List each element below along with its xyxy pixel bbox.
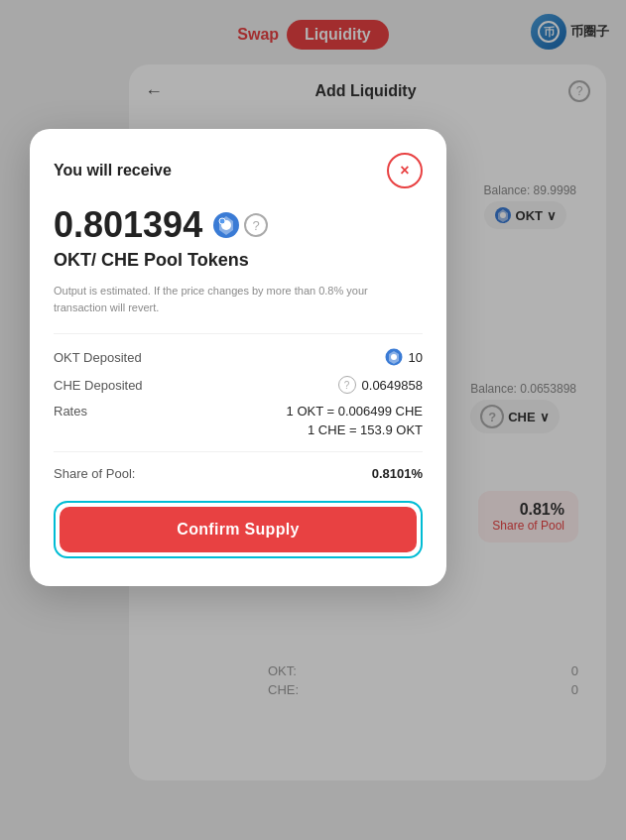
divider <box>54 333 423 334</box>
rate2: 1 CHE = 153.9 OKT <box>287 422 423 437</box>
che-deposited-row: CHE Deposited ? 0.0649858 <box>54 376 423 394</box>
share-label: Share of Pool: <box>54 466 135 481</box>
confirm-button-wrapper: Confirm Supply <box>54 501 423 558</box>
svg-point-8 <box>219 218 225 224</box>
modal-overlay: You will receive × 0.801394 ? OKT/ CHE P… <box>0 0 626 840</box>
okt-deposited-row: OKT Deposited 10 <box>54 348 423 366</box>
rate1: 1 OKT = 0.006499 CHE <box>287 404 423 419</box>
che-deposit-icon: ? <box>338 376 356 394</box>
modal-title: You will receive <box>54 162 172 180</box>
confirm-supply-modal: You will receive × 0.801394 ? OKT/ CHE P… <box>30 129 446 586</box>
rates-section: Rates 1 OKT = 0.006499 CHE 1 CHE = 153.9… <box>54 404 423 441</box>
modal-header: You will receive × <box>54 153 423 188</box>
okt-pool-icon <box>212 211 240 239</box>
rates-values: 1 OKT = 0.006499 CHE 1 CHE = 153.9 OKT <box>287 404 423 441</box>
receive-amount-row: 0.801394 ? <box>54 204 423 246</box>
estimated-note: Output is estimated. If the price change… <box>54 283 423 315</box>
svg-point-11 <box>391 354 397 360</box>
rates-container: Rates 1 OKT = 0.006499 CHE 1 CHE = 153.9… <box>54 404 423 441</box>
okt-deposited-value: 10 <box>385 348 423 366</box>
rates-label: Rates <box>54 404 87 419</box>
close-modal-button[interactable]: × <box>387 153 423 188</box>
okt-deposit-icon <box>385 348 403 366</box>
che-deposited-value: ? 0.0649858 <box>338 376 423 394</box>
pool-tokens-label: OKT/ CHE Pool Tokens <box>54 250 423 271</box>
pool-help-icon[interactable]: ? <box>244 213 268 237</box>
token-icon-group: ? <box>212 211 268 239</box>
receive-amount-value: 0.801394 <box>54 204 202 246</box>
divider2 <box>54 451 423 452</box>
share-of-pool-row: Share of Pool: 0.8101% <box>54 466 423 481</box>
share-value: 0.8101% <box>372 466 423 481</box>
che-deposited-label: CHE Deposited <box>54 378 143 393</box>
okt-deposited-label: OKT Deposited <box>54 350 142 365</box>
confirm-supply-button[interactable]: Confirm Supply <box>60 507 417 552</box>
